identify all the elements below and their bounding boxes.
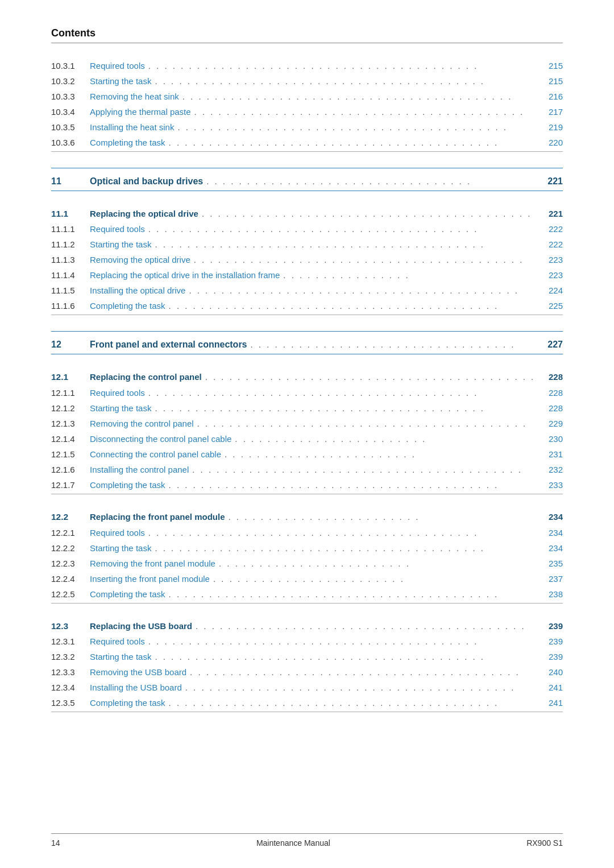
toc-entry[interactable]: 12.3.3Removing the USB board. . . . . . … [51,666,563,679]
entry-dots: . . . . . . . . . . . . . . . . . . . . … [155,75,539,88]
toc-entry[interactable]: 12.3Replacing the USB board. . . . . . .… [51,619,563,634]
toc-entry[interactable]: 11.1.2Starting the task. . . . . . . . .… [51,238,563,251]
entry-num: 12.3.5 [51,696,90,710]
entry-title: Starting the task [90,75,151,88]
entry-title: Completing the task [90,478,165,492]
chapter-title: Optical and backup drives [90,174,203,189]
section-6: 12.3Replacing the USB board. . . . . . .… [51,619,563,713]
toc-entry[interactable]: 12.1.7Completing the task. . . . . . . .… [51,478,563,492]
toc-entry[interactable]: 11.1.5Installing the optical drive. . . … [51,284,563,297]
entry-dots: . . . . . . . . . . . . . . . . . . . . … [213,572,539,586]
toc-entry[interactable]: 10.3.1Required tools. . . . . . . . . . … [51,59,563,73]
toc-entry[interactable]: 10.3.5Installing the heat sink. . . . . … [51,121,563,134]
section-4: 12.1Replacing the control panel. . . . .… [51,370,563,494]
entry-dots: . . . . . . . . . . . . . . . . . . . . … [251,338,540,352]
entry-dots: . . . . . . . . . . . . . . . . . . . . … [148,386,539,400]
toc-entry[interactable]: 12.2.2Starting the task. . . . . . . . .… [51,542,563,555]
section-3: 12Front panel and external connectors. .… [51,331,563,354]
entry-title: Replacing the optical drive [90,207,198,221]
entry-dots: . . . . . . . . . . . . . . . . . . . . … [229,510,539,524]
subsection-rule [51,315,563,315]
entry-dots: . . . . . . . . . . . . . . . . . . . . … [148,526,539,540]
toc-entry[interactable]: 11.1.1Required tools. . . . . . . . . . … [51,222,563,236]
entry-page: 234 [542,542,563,555]
toc-container: 10.3.1Required tools. . . . . . . . . . … [51,59,563,712]
toc-entry[interactable]: 12.1.4Disconnecting the control panel ca… [51,432,563,446]
entry-num: 12.2.2 [51,542,90,555]
entry-dots: . . . . . . . . . . . . . . . . . . . . … [235,432,539,446]
page: Contents 10.3.1Required tools. . . . . .… [0,0,614,868]
entry-num: 12.2.4 [51,572,90,586]
entry-page: 223 [542,253,563,267]
entry-dots: . . . . . . . . . . . . . . . . . . . . … [169,696,539,710]
toc-entry[interactable]: 12.3.1Required tools. . . . . . . . . . … [51,635,563,648]
entry-title: Installing the control panel [90,463,189,477]
chapter-page: 221 [542,174,563,189]
toc-entry[interactable]: 10.3.6Completing the task. . . . . . . .… [51,136,563,150]
entry-page: 235 [542,557,563,571]
toc-entry[interactable]: 12.3.5Completing the task. . . . . . . .… [51,696,563,710]
entry-title: Completing the task [90,696,165,710]
entry-page: 215 [542,75,563,88]
toc-entry[interactable]: 12.2.5Completing the task. . . . . . . .… [51,588,563,601]
entry-title: Replacing the control panel [90,370,202,384]
toc-entry[interactable]: 12.3.4Installing the USB board. . . . . … [51,681,563,695]
toc-entry[interactable]: 12.2Replacing the front panel module. . … [51,510,563,524]
entry-page: 233 [542,478,563,492]
entry-dots: . . . . . . . . . . . . . . . . . . . . … [169,136,539,150]
toc-chapter-entry[interactable]: 11Optical and backup drives. . . . . . .… [51,174,563,189]
entry-dots: . . . . . . . . . . . . . . . . . . . . … [197,417,539,431]
toc-entry[interactable]: 10.3.2Starting the task. . . . . . . . .… [51,75,563,88]
entry-title: Removing the control panel [90,417,194,431]
entry-title: Completing the task [90,136,165,150]
entry-dots: . . . . . . . . . . . . . . . . . . . . … [219,557,539,571]
entry-dots: . . . . . . . . . . . . . . . . . . . . … [155,650,539,664]
entry-page: 237 [542,572,563,586]
toc-chapter-entry[interactable]: 12Front panel and external connectors. .… [51,337,563,352]
toc-entry[interactable]: 12.1.5Connecting the control panel cable… [51,448,563,461]
entry-title: Required tools [90,635,145,648]
entry-num: 12.1 [51,370,90,385]
entry-page: 222 [542,222,563,236]
entry-title: Installing the USB board [90,681,182,695]
entry-title: Removing the front panel module [90,557,215,571]
entry-num: 12.1.3 [51,417,90,431]
entry-title: Completing the task [90,588,165,601]
entry-page: 241 [542,681,563,695]
subsection-rule [51,494,563,494]
entry-dots: . . . . . . . . . . . . . . . . . . . . … [155,542,539,555]
entry-num: 11.1.5 [51,284,90,297]
entry-title: Required tools [90,222,145,236]
toc-entry[interactable]: 11.1.6Completing the task. . . . . . . .… [51,299,563,313]
chapter-rule-bottom [51,354,563,354]
toc-entry[interactable]: 11.1.4Replacing the optical drive in the… [51,268,563,282]
toc-entry[interactable]: 12.1.1Required tools. . . . . . . . . . … [51,386,563,400]
toc-entry[interactable]: 12.2.1Required tools. . . . . . . . . . … [51,526,563,540]
entry-num: 11.1 [51,207,90,221]
entry-num: 12.3.2 [51,650,90,664]
toc-entry[interactable]: 11.1Replacing the optical drive. . . . .… [51,207,563,221]
entry-page: 234 [542,510,563,524]
entry-num: 11.1.3 [51,253,90,267]
toc-entry[interactable]: 12.1.2Starting the task. . . . . . . . .… [51,402,563,415]
entry-num: 12.1.6 [51,463,90,477]
toc-entry[interactable]: 12.1.6Installing the control panel. . . … [51,463,563,477]
toc-entry[interactable]: 12.3.2Starting the task. . . . . . . . .… [51,650,563,664]
entry-title: Required tools [90,59,145,73]
toc-entry[interactable]: 12.1.3Removing the control panel. . . . … [51,417,563,431]
toc-entry[interactable]: 10.3.3Removing the heat sink. . . . . . … [51,90,563,104]
toc-entry[interactable]: 11.1.3Removing the optical drive. . . . … [51,253,563,267]
entry-page: 223 [542,268,563,282]
entry-num: 12.3.3 [51,666,90,679]
toc-entry[interactable]: 10.3.4Applying the thermal paste. . . . … [51,105,563,119]
toc-entry[interactable]: 12.1Replacing the control panel. . . . .… [51,370,563,385]
toc-entry[interactable]: 12.2.3Removing the front panel module. .… [51,557,563,571]
toc-entry[interactable]: 12.2.4Inserting the front panel module. … [51,572,563,586]
entry-dots: . . . . . . . . . . . . . . . . [283,268,539,282]
chapter-rule-bottom [51,191,563,191]
footer-product: RX900 S1 [526,838,563,848]
entry-dots: . . . . . . . . . . . . . . . . . . . . … [205,370,539,384]
entry-title: Required tools [90,526,145,540]
entry-num: 10.3.6 [51,136,90,150]
entry-dots: . . . . . . . . . . . . . . . . . . . . … [169,299,539,313]
